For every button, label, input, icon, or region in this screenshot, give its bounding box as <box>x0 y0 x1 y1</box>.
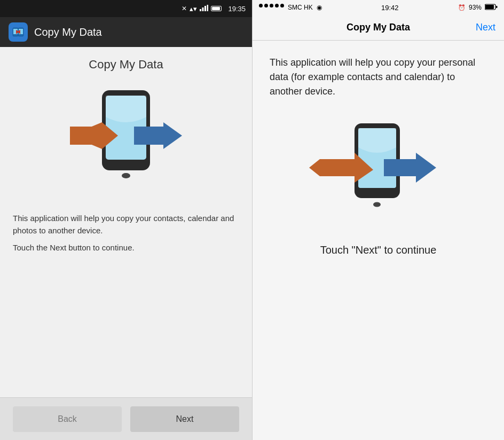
svg-marker-17 <box>163 122 182 149</box>
ios-navbar-title: Copy My Data <box>346 22 410 33</box>
wifi-icon: ▴▾ <box>190 5 197 13</box>
ios-navbar: Copy My Data Next <box>253 15 504 41</box>
ios-wifi-icon: ◉ <box>317 4 322 11</box>
svg-rect-2 <box>204 6 206 11</box>
android-page-title: Copy My Data <box>89 58 163 72</box>
signal-bars-icon <box>200 5 208 13</box>
ios-time: 19:42 <box>381 4 399 12</box>
ios-description: This application will help you copy your… <box>270 56 487 99</box>
ios-navbar-wrapper: Copy My Data Next <box>261 22 495 33</box>
ios-carrier: SMC HK <box>288 4 313 11</box>
ios-alarm-icon: ⏰ <box>458 4 466 11</box>
android-app-title: Copy My Data <box>34 26 102 38</box>
ios-next-button[interactable]: Next <box>476 22 495 33</box>
ios-content: This application will help you copy your… <box>253 41 504 440</box>
svg-rect-27 <box>384 159 416 176</box>
android-topbar: Copy My Data <box>0 17 252 47</box>
ios-panel: SMC HK ◉ 19:42 ⏰ 93% Copy My Data Next <box>252 0 504 440</box>
android-time: 19:35 <box>228 5 246 13</box>
svg-rect-14 <box>70 127 102 145</box>
android-panel: ✕ ▴▾ 19:35 <box>0 0 252 440</box>
android-content: Copy My Data This applicatio <box>0 47 252 397</box>
svg-rect-0 <box>200 9 201 11</box>
ios-battery-area: ⏰ 93% <box>458 4 498 12</box>
android-illustration <box>57 82 195 200</box>
svg-marker-28 <box>416 153 436 183</box>
ios-hint: Touch "Next" to continue <box>320 244 437 256</box>
android-next-button[interactable]: Next <box>130 406 239 432</box>
android-status-icons: ✕ ▴▾ <box>182 5 222 13</box>
android-hint: Touch the Next button to continue. <box>13 243 239 252</box>
ios-signal-dots: SMC HK ◉ <box>259 4 322 11</box>
ios-illustration <box>304 118 453 225</box>
svg-rect-3 <box>207 5 209 11</box>
svg-point-23 <box>373 202 381 207</box>
signal-cut-icon: ✕ <box>182 5 187 12</box>
android-bottom-buttons: Back Next <box>0 397 252 440</box>
ios-battery-percent: 93% <box>469 4 482 11</box>
android-back-button[interactable]: Back <box>13 406 122 432</box>
svg-rect-19 <box>485 5 494 9</box>
ios-battery-icon <box>485 4 498 12</box>
svg-rect-20 <box>496 6 498 8</box>
svg-marker-26 <box>309 159 320 176</box>
battery-icon <box>211 6 222 11</box>
svg-rect-16 <box>134 127 163 145</box>
ios-statusbar: SMC HK ◉ 19:42 ⏰ 93% <box>253 0 504 15</box>
app-icon-android <box>9 22 28 42</box>
svg-point-12 <box>122 173 130 178</box>
svg-rect-1 <box>202 7 204 11</box>
android-description: This application will help you copy your… <box>13 213 239 237</box>
android-statusbar: ✕ ▴▾ 19:35 <box>0 0 252 17</box>
svg-rect-24 <box>320 159 355 176</box>
